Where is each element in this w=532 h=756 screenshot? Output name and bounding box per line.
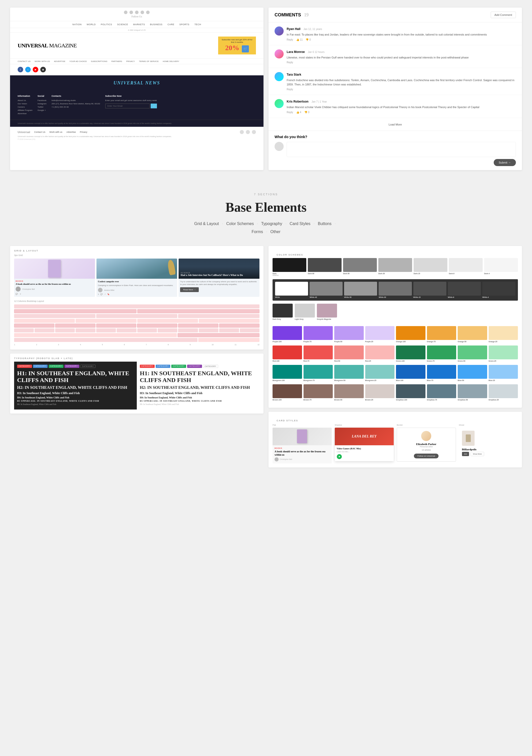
color-schemes-section: COLOR SCHEMES Dark #000f1d Dark-80 Dark-… [269,246,522,408]
nav-world[interactable]: WORLD [87,23,96,26]
flat-card-author: Christopher Bell [279,458,292,460]
swatch-p75 [304,326,333,340]
campsite-bookmark: 🔖 [107,293,110,295]
bottom-advertise[interactable]: Advertise [66,131,76,133]
nav-business[interactable]: BUSINESS [150,23,163,26]
footer-advertiser: Advertiser [18,112,33,115]
nav-privacy[interactable]: PRIVACY [126,60,135,63]
nav-markets[interactable]: MARKETS [133,23,145,26]
top-nav-bar: NATION WORLD POLITICS SCIENCE MARKETS BU… [10,21,263,28]
bottom-social-2[interactable] [246,130,250,134]
swatch-t75 [304,365,333,379]
col-1f [117,328,136,332]
nav-sports[interactable]: SPORTS [179,23,189,26]
nav-partners[interactable]: PARTNERS [111,60,122,63]
bottom-privacy[interactable]: Privacy [80,131,88,133]
youtube-icon-sm[interactable] [135,11,139,14]
bottom-contact[interactable]: Contact Us [34,131,45,133]
bottom-social-3[interactable] [252,130,256,134]
col-1j [199,328,218,332]
follow-universal-btn[interactable]: Follow on Universal [414,454,439,458]
color-green100: Green-100 [396,345,425,362]
color-orange100: Orange-100 [396,326,425,342]
footer-affiliate: Affiliate Program [18,109,33,111]
comments-count-icon: 💬 [15,293,18,295]
swatch-gb25-label: Greyblue-25 [489,399,518,401]
purple-orange-row: Purple-100 Purple-75 Purple-50 Purple-25… [273,326,518,342]
subtitle-buttons[interactable]: Buttons [318,222,332,226]
instagram-icon-sm[interactable] [141,11,144,14]
footer-contacts-title: Contacts [52,95,100,97]
tag-l-1: CATEGORY [140,364,155,368]
subscribe-submit-btn[interactable]: → [151,104,157,108]
nav-subscriptions[interactable]: SUBSCRIPTIONS [91,60,107,63]
swatch-o75 [427,326,456,340]
nav-science[interactable]: SCIENCE [117,23,128,26]
subtitle-color[interactable]: Color Schemes [226,222,254,226]
footer-instagram: Instagram [38,102,47,105]
campsite-card-icons: ♥ 💬 ↗ 🔖 [98,293,176,295]
reply-btn-4[interactable]: Reply [287,111,293,114]
base-elements-subtitle: Grid & Layout · Color Schemes · Typograp… [10,220,522,236]
bottom-work[interactable]: Work with us [49,131,62,133]
swatch-dark8-label: Dark-8 [449,273,483,274]
dot-5: · [334,222,335,226]
tag-cat-2: CATEGORY [33,364,48,368]
reply-btn-2[interactable]: Reply [287,61,293,64]
nav-politics[interactable]: POLITICS [101,23,112,26]
nav-care[interactable]: CARE [168,23,174,26]
comment-2: Lara Monroe Jan 6 12 hours Likewise, mos… [269,45,522,68]
subtitle-card[interactable]: Card Styles [290,222,310,226]
swatch-b50 [458,365,487,379]
color-green25: Green-25 [489,345,518,362]
color-dark8: Dark-8 [449,258,483,276]
read-more-btn[interactable]: Read More → [180,287,199,292]
col-1i [178,328,198,332]
book-shape [48,260,61,278]
reply-btn-1[interactable]: Reply [287,38,293,41]
swatch-gb100 [396,384,425,398]
email-input[interactable] [105,104,149,108]
add-comment-btn[interactable]: Add Comment [491,12,516,18]
join-btn[interactable]: Join [462,452,469,456]
subtitle-other[interactable]: Other [270,230,280,234]
nav-nation[interactable]: NATION [72,23,82,26]
flat-book-shape [297,429,307,443]
pinterest-icon-sm[interactable] [146,11,149,14]
nav-adchoice[interactable]: YOUR AD CHOICE [69,60,87,63]
nav-terms[interactable]: TERMS OF SERVICE [139,60,159,63]
cart-icon[interactable]: 🛒 [242,45,249,52]
col-numbers: 123456789101112 [14,343,259,345]
nav-tech[interactable]: TECH [195,23,201,26]
youtube-circle-icon[interactable]: ▶ [33,67,38,72]
bottom-social-1[interactable] [240,130,244,134]
comment-textarea[interactable] [287,142,516,157]
comments-header: COMMENTS 19 Add Comment [269,8,522,22]
submit-comment-btn[interactable]: Submit → [494,159,516,166]
play-button[interactable]: ▶ [337,454,342,459]
col-1l [240,328,259,332]
subtitle-typography[interactable]: Typography [261,222,282,226]
nav-work[interactable]: WORK WITH US [35,60,50,63]
facebook-circle-icon[interactable]: f [18,67,23,72]
avatar-3 [275,72,284,81]
twitter-icon-sm[interactable] [129,11,133,14]
nav-contact[interactable]: CONTACT US [18,60,31,63]
swatch-r25-label: Red-25 [365,360,395,362]
flat-author-avatar [275,457,279,461]
load-more-btn[interactable]: Load More [389,123,402,126]
swatch-lightgrey [295,304,315,317]
subtitle-grid[interactable]: Grid & Layout [194,222,219,226]
nav-homedelivery[interactable]: HOME DELIVERY [163,60,179,63]
subtitle-forms[interactable]: Forms [252,230,263,234]
reply-btn-3[interactable]: Reply [287,88,293,91]
show-more-btn[interactable]: Show More [470,452,484,456]
comment-text-1: In Far-east: To places like Iraq and Jor… [287,33,516,37]
nav-advertise[interactable]: ADVERTISE [54,60,65,63]
facebook-icon-sm[interactable] [124,11,127,14]
instagram-circle-icon[interactable]: ◉ [40,67,46,72]
swatch-dark30 [378,258,412,272]
twitter-circle-icon[interactable]: t [25,67,31,72]
color-purple50: Purple-50 [334,326,364,342]
footer-copyright: Universal's business concept is to offer… [10,120,263,127]
